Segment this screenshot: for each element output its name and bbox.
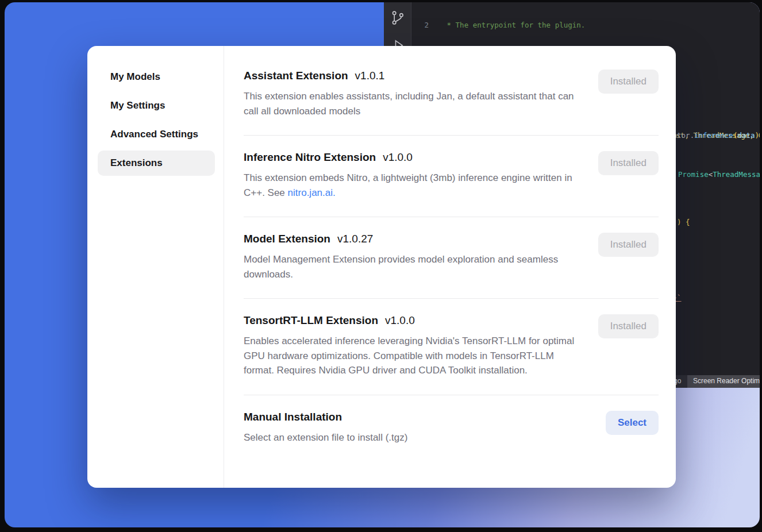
extension-title: Inference Nitro Extension [244, 151, 376, 163]
extension-description: Enables accelerated inference leveraging… [244, 334, 576, 378]
extensions-list: Assistant Extensionv1.0.1 This extension… [224, 46, 676, 488]
extension-title: Model Extension [244, 233, 330, 245]
code-text: * The entrypoint for the plugin. [429, 21, 585, 30]
extension-version: v1.0.0 [383, 151, 413, 163]
extension-version: v1.0.27 [337, 233, 373, 245]
settings-modal: My Models My Settings Advanced Settings … [87, 46, 676, 488]
installed-button[interactable]: Installed [598, 314, 659, 338]
installed-button[interactable]: Installed [598, 233, 659, 257]
code-line: 2 * The entrypoint for the plugin. [411, 21, 760, 30]
extension-row-tensorrt-llm: TensortRT-LLM Extensionv1.0.0 Enables ac… [244, 299, 659, 395]
extension-description: This extension embeds Nitro, a lightweig… [244, 171, 576, 200]
source-control-icon[interactable] [390, 9, 406, 26]
select-file-button[interactable]: Select [606, 411, 659, 435]
line-number: 2 [411, 21, 429, 30]
extension-row-assistant: Assistant Extensionv1.0.1 This extension… [244, 51, 659, 136]
installed-button[interactable]: Installed [598, 70, 659, 94]
settings-sidebar: My Models My Settings Advanced Settings … [87, 46, 224, 488]
sidebar-item-my-settings[interactable]: My Settings [98, 93, 215, 118]
extension-title: Assistant Extension [244, 70, 348, 82]
extension-description: Select an extension file to install (.tg… [244, 430, 407, 445]
nitro-jan-ai-link[interactable]: nitro.jan.ai. [288, 187, 336, 198]
sidebar-item-my-models[interactable]: My Models [98, 64, 215, 90]
extension-title: Manual Installation [244, 411, 342, 423]
screen-reader-optimized-status[interactable]: Screen Reader Optimized [687, 375, 760, 388]
installed-button[interactable]: Installed [598, 151, 659, 175]
extension-title: TensortRT-LLM Extension [244, 314, 378, 326]
code-fragment: rator.inference(data)); [668, 131, 760, 140]
sidebar-item-advanced-settings[interactable]: Advanced Settings [98, 122, 215, 147]
extension-row-inference-nitro: Inference Nitro Extensionv1.0.0 This ext… [244, 136, 659, 217]
app-window: 2 * The entrypoint for the plugin. 3 */ … [5, 2, 760, 527]
extension-row-manual-installation: Manual Installation Select an extension … [244, 395, 659, 462]
sidebar-item-extensions[interactable]: Extensions [98, 151, 215, 176]
extension-version: v1.0.0 [385, 314, 415, 326]
extension-description: This extension enables assistants, inclu… [244, 89, 576, 118]
code-fragment: Promise<ThreadMessage> [678, 170, 760, 179]
extension-description: Model Management Extension provides mode… [244, 252, 576, 282]
extension-row-model: Model Extensionv1.0.27 Model Management … [244, 217, 659, 299]
extension-version: v1.0.1 [355, 70, 385, 82]
